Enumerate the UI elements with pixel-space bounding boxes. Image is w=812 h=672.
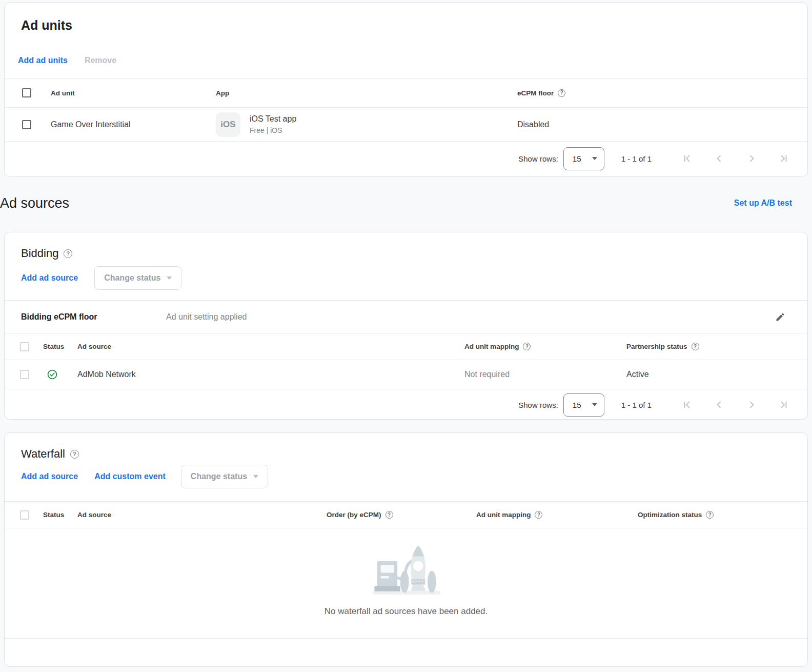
waterfall-empty-state: No waterfall ad sources have been added.	[5, 528, 807, 639]
waterfall-add-ad-source-button[interactable]: Add ad source	[21, 472, 78, 481]
help-icon[interactable]: ?	[706, 511, 714, 519]
dropdown-caret-icon	[592, 403, 597, 406]
column-partnership-status: Partnership status ?	[626, 343, 807, 350]
column-ad-source: Ad source	[77, 511, 327, 519]
ad-unit-row-checkbox[interactable]	[22, 120, 31, 129]
next-page-icon[interactable]	[745, 399, 758, 411]
rocket-fuel-illustration	[368, 540, 444, 597]
ecpm-floor-value: Disabled	[517, 120, 807, 129]
help-icon[interactable]: ?	[64, 249, 72, 258]
app-cell: iOS iOS Test app Free | iOS	[216, 112, 517, 137]
rows-per-page-select[interactable]: 15	[563, 393, 604, 417]
setup-ab-test-link[interactable]: Set up A/B test	[734, 199, 792, 208]
show-rows-label: Show rows:	[518, 401, 558, 409]
waterfall-footer	[5, 639, 807, 666]
previous-page-icon[interactable]	[713, 399, 725, 411]
bidding-title: Bidding	[21, 247, 58, 260]
bidding-ecpm-floor-row: Bidding eCPM floor Ad unit setting appli…	[5, 301, 807, 333]
status-active-icon	[40, 369, 77, 380]
show-rows-label: Show rows:	[518, 154, 558, 163]
remove-button[interactable]: Remove	[85, 56, 116, 65]
bidding-card: Bidding ? Add ad source Change status Bi…	[4, 232, 808, 420]
column-status: Status	[40, 343, 77, 350]
help-icon[interactable]: ?	[70, 450, 79, 459]
first-page-icon[interactable]	[681, 152, 693, 165]
ad-units-title: Ad units	[21, 18, 791, 32]
last-page-icon[interactable]	[778, 152, 790, 165]
pager	[681, 152, 790, 165]
bidding-ad-source-row[interactable]: AdMob Network Not required Active	[5, 360, 807, 389]
waterfall-toolbar: Add ad source Add custom event Change st…	[5, 461, 807, 502]
bidding-toolbar: Add ad source Change status	[5, 260, 807, 301]
column-ecpm-floor: eCPM floor ?	[517, 89, 807, 97]
bidding-add-ad-source-button[interactable]: Add ad source	[21, 273, 78, 283]
ad-unit-row[interactable]: Game Over Interstitial iOS iOS Test app …	[5, 108, 807, 142]
column-order-by-ecpm: Order (by eCPM) ?	[327, 511, 476, 519]
column-ad-unit-mapping: Ad unit mapping ?	[476, 511, 638, 519]
column-optimization-status: Optimization status ?	[638, 511, 807, 519]
app-meta: Free | iOS	[250, 126, 296, 135]
help-icon[interactable]: ?	[385, 511, 393, 519]
page-range: 1 - 1 of 1	[621, 401, 652, 409]
help-icon[interactable]: ?	[692, 343, 699, 350]
rows-per-page-select[interactable]: 15	[563, 147, 604, 170]
bidding-partnership-status-value: Active	[626, 370, 807, 379]
page-range: 1 - 1 of 1	[621, 154, 652, 163]
column-ad-unit: Ad unit	[51, 89, 216, 97]
bidding-ecpm-floor-value: Ad unit setting applied	[166, 312, 775, 322]
column-ad-unit-mapping: Ad unit mapping ?	[464, 343, 626, 350]
help-icon[interactable]: ?	[535, 511, 542, 519]
edit-pencil-icon[interactable]	[775, 312, 785, 322]
waterfall-change-status-button[interactable]: Change status	[181, 465, 268, 488]
bidding-ecpm-floor-label: Bidding eCPM floor	[21, 312, 166, 322]
first-page-icon[interactable]	[681, 399, 693, 411]
add-ad-units-button[interactable]: Add ad units	[18, 56, 68, 65]
ad-units-table-header: Ad unit App eCPM floor ?	[5, 78, 807, 108]
ad-sources-section-header: Ad sources Set up A/B test	[0, 192, 792, 214]
select-all-bidding-checkbox[interactable]	[20, 342, 29, 351]
pager	[681, 399, 790, 411]
help-icon[interactable]: ?	[523, 343, 531, 350]
dropdown-caret-icon	[253, 475, 258, 478]
app-icon: iOS	[216, 112, 240, 137]
column-status: Status	[40, 511, 77, 519]
bidding-pagination: Show rows: 15 1 - 1 of 1	[5, 389, 807, 420]
bidding-row-checkbox[interactable]	[20, 370, 29, 379]
column-ad-source: Ad source	[77, 343, 464, 350]
waterfall-card: Waterfall ? Add ad source Add custom eve…	[4, 432, 808, 667]
column-app: App	[216, 89, 517, 97]
bidding-ad-unit-mapping-value: Not required	[464, 370, 626, 379]
bidding-table-header: Status Ad source Ad unit mapping ? Partn…	[5, 333, 807, 360]
dropdown-caret-icon	[592, 157, 597, 160]
waterfall-table-header: Status Ad source Order (by eCPM) ? Ad un…	[5, 502, 807, 528]
dropdown-caret-icon	[167, 276, 172, 280]
ad-units-card: Ad units Add ad units Remove Ad unit App…	[4, 2, 808, 177]
app-name: iOS Test app	[250, 114, 296, 124]
previous-page-icon[interactable]	[713, 152, 725, 165]
bidding-change-status-button[interactable]: Change status	[94, 266, 181, 290]
select-all-waterfall-checkbox[interactable]	[20, 510, 29, 520]
add-custom-event-button[interactable]: Add custom event	[94, 472, 166, 481]
select-all-ad-units-checkbox[interactable]	[22, 88, 31, 97]
help-icon[interactable]: ?	[558, 89, 565, 97]
ad-unit-name: Game Over Interstitial	[51, 120, 216, 129]
waterfall-title: Waterfall	[21, 447, 65, 461]
ad-units-toolbar: Add ad units Remove	[5, 32, 807, 78]
last-page-icon[interactable]	[778, 399, 790, 411]
ad-sources-title: Ad sources	[0, 195, 69, 211]
waterfall-empty-message: No waterfall ad sources have been added.	[324, 606, 488, 617]
bidding-ad-source-name: AdMob Network	[77, 370, 464, 379]
next-page-icon[interactable]	[745, 152, 758, 165]
ad-units-pagination: Show rows: 15 1 - 1 of 1	[5, 142, 807, 175]
